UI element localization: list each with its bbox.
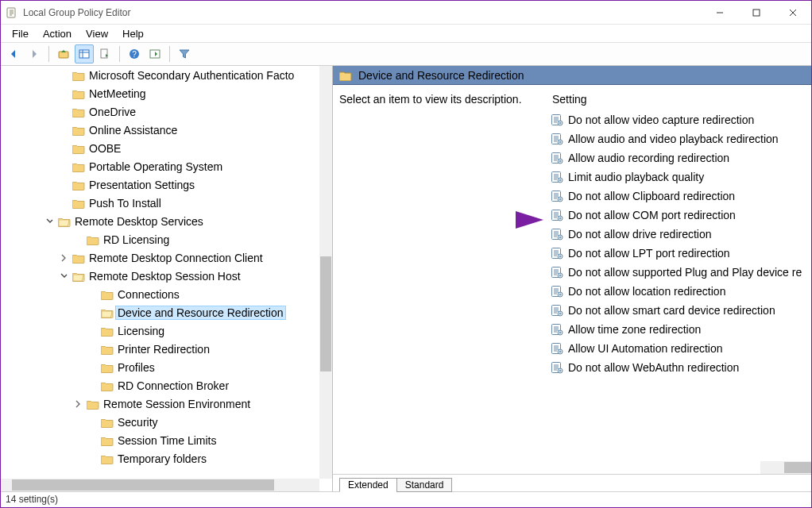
tree-item[interactable]: Session Time Limits [1, 431, 319, 449]
tree-expander[interactable] [87, 380, 98, 391]
details-header: Device and Resource Redirection [333, 66, 811, 85]
tree-expander[interactable] [87, 307, 98, 318]
setting-row[interactable]: Allow audio and video playback redirecti… [546, 129, 811, 148]
tree-pane: Microsoft Secondary Authentication Facto… [1, 66, 333, 491]
folder-icon [72, 88, 85, 99]
setting-row[interactable]: Do not allow location redirection [546, 282, 811, 301]
tree-item[interactable]: Microsoft Secondary Authentication Facto [1, 66, 319, 84]
tree-expander[interactable] [87, 325, 98, 337]
tree[interactable]: Microsoft Secondary Authentication Facto… [1, 66, 319, 479]
chevron-down-icon[interactable] [45, 217, 53, 225]
setting-row[interactable]: Do not allow COM port redirection [546, 206, 811, 225]
titlebar: Local Group Policy Editor [1, 1, 811, 25]
setting-row[interactable]: Do not allow drive redirection [546, 225, 811, 244]
menu-help[interactable]: Help [116, 26, 150, 41]
setting-row[interactable]: Do not allow WebAuthn redirection [546, 358, 811, 377]
view-list-button[interactable] [75, 44, 94, 64]
tree-item[interactable]: RD Connection Broker [1, 376, 319, 394]
tree-item-label: OneDrive [88, 105, 137, 119]
setting-row[interactable]: Do not allow smart card device redirecti… [546, 301, 811, 320]
chevron-right-icon[interactable] [60, 254, 68, 262]
tree-expander[interactable] [58, 179, 69, 190]
tree-item[interactable]: Security [1, 413, 319, 431]
folder-icon [72, 179, 85, 190]
setting-row[interactable]: Do not allow Clipboard redirection [546, 187, 811, 206]
tree-item[interactable]: Presentation Settings [1, 175, 319, 194]
tree-expander[interactable] [58, 252, 69, 264]
back-button[interactable] [4, 44, 23, 64]
tree-item[interactable]: OneDrive [1, 102, 319, 121]
tree-item[interactable]: Licensing [1, 321, 319, 340]
tree-item[interactable]: RD Licensing [1, 230, 319, 248]
details-button[interactable] [145, 44, 164, 64]
setting-row[interactable]: Do not allow LPT port redirection [546, 244, 811, 263]
tree-expander[interactable] [58, 143, 69, 154]
tree-item[interactable]: Remote Session Environment [1, 394, 319, 413]
tree-item[interactable]: Remote Desktop Session Host [1, 267, 319, 285]
maximize-button[interactable] [738, 1, 775, 25]
tree-vertical-scrollbar[interactable] [319, 66, 332, 479]
tree-expander[interactable] [72, 398, 83, 410]
tree-expander[interactable] [58, 271, 69, 282]
titlebar-left: Local Group Policy Editor [1, 6, 130, 19]
tree-item[interactable]: Temporary folders [1, 449, 319, 468]
setting-row[interactable]: Do not allow video capture redirection [546, 110, 811, 129]
folder-icon [72, 252, 85, 264]
tree-item[interactable]: Push To Install [1, 194, 319, 212]
tree-expander[interactable] [87, 435, 98, 446]
minimize-button[interactable] [702, 1, 738, 25]
tab-extended[interactable]: Extended [339, 478, 397, 492]
tree-item[interactable]: Portable Operating System [1, 157, 319, 175]
tree-item[interactable]: Remote Desktop Connection Client [1, 248, 319, 267]
tree-item[interactable]: NetMeeting [1, 84, 319, 102]
up-button[interactable] [54, 44, 73, 64]
tree-item[interactable]: Online Assistance [1, 121, 319, 139]
settings-header[interactable]: Setting [546, 85, 811, 110]
window-title: Local Group Policy Editor [23, 7, 130, 18]
tree-expander[interactable] [87, 289, 98, 300]
setting-row[interactable]: Allow audio recording redirection [546, 148, 811, 167]
export-button[interactable] [95, 44, 114, 64]
setting-row[interactable]: Limit audio playback quality [546, 167, 811, 187]
tree-item[interactable]: Printer Redirection [1, 340, 319, 358]
chevron-down-icon[interactable] [60, 272, 68, 280]
close-button[interactable] [775, 1, 811, 25]
tree-horizontal-scrollbar[interactable] [1, 479, 319, 491]
setting-row[interactable]: Do not allow supported Plug and Play dev… [546, 263, 811, 282]
status-text: 14 setting(s) [6, 494, 58, 505]
menu-view[interactable]: View [79, 26, 114, 41]
settings-horizontal-scrollbar[interactable] [760, 461, 811, 474]
chevron-right-icon[interactable] [74, 400, 82, 408]
tree-expander[interactable] [87, 362, 98, 373]
tree-expander[interactable] [58, 161, 69, 172]
setting-row[interactable]: Allow UI Automation redirection [546, 339, 811, 358]
tree-item[interactable]: OOBE [1, 139, 319, 157]
folder-icon [101, 344, 114, 355]
help-button[interactable]: ? [125, 44, 144, 64]
tree-expander[interactable] [44, 216, 55, 227]
settings-list[interactable]: Do not allow video capture redirection A… [546, 110, 811, 461]
tree-item[interactable]: Device and Resource Redirection [1, 303, 319, 321]
tree-expander[interactable] [87, 417, 98, 428]
details-pane: Device and Resource Redirection Select a… [333, 66, 811, 491]
tree-item[interactable]: Connections [1, 285, 319, 303]
tree-item-label: Device and Resource Redirection [115, 306, 286, 320]
setting-row[interactable]: Allow time zone redirection [546, 320, 811, 339]
tree-item[interactable]: Remote Desktop Services [1, 212, 319, 230]
filter-button[interactable] [175, 44, 194, 64]
tree-expander[interactable] [58, 125, 69, 136]
tree-expander[interactable] [87, 453, 98, 464]
tree-expander[interactable] [58, 88, 69, 99]
forward-button[interactable] [25, 44, 44, 64]
tree-expander[interactable] [58, 198, 69, 209]
menu-action[interactable]: Action [37, 26, 78, 41]
tab-standard[interactable]: Standard [396, 478, 453, 492]
menu-file[interactable]: File [6, 26, 35, 41]
tree-expander[interactable] [72, 234, 83, 245]
tree-item[interactable]: Profiles [1, 358, 319, 376]
tree-expander[interactable] [58, 106, 69, 117]
tree-expander[interactable] [87, 344, 98, 355]
tree-expander[interactable] [58, 70, 69, 81]
folder-icon [101, 307, 114, 318]
svg-rect-2 [59, 52, 68, 58]
